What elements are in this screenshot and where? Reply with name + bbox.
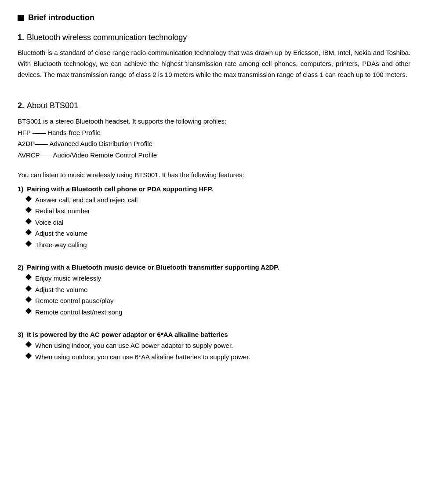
section-2-number: 2.	[18, 101, 24, 110]
page-title: Brief introduction	[28, 13, 94, 22]
section-1-body: Bluetooth is a standard of close range r…	[18, 47, 410, 80]
brief-intro-header: Brief introduction	[18, 13, 410, 22]
diamond-bullet-icon	[25, 341, 32, 347]
list-item: When using indoor, you can use AC power …	[26, 340, 410, 351]
diamond-bullet-icon	[25, 241, 32, 247]
diamond-bullet-icon	[25, 218, 32, 224]
diamond-bullet-icon	[25, 285, 32, 292]
profile-hfp: HFP —— Hands-free Profile	[18, 127, 410, 139]
list-item: Three-way calling	[26, 239, 410, 251]
diamond-bullet-icon	[25, 308, 32, 314]
list-item: Remote control pause/play	[26, 295, 410, 307]
diamond-bullet-icon	[25, 196, 32, 202]
feature-group-2-list: Enjoy music wirelessly Adjust the volume…	[26, 273, 410, 318]
list-item: Voice dial	[26, 217, 410, 228]
section-2-intro: BTS001 is a stereo Bluetooth headset. It…	[18, 116, 410, 127]
list-item: Remote control last/next song	[26, 307, 410, 318]
feature-group-3-list: When using indoor, you can use AC power …	[26, 340, 410, 362]
list-item: Enjoy music wirelessly	[26, 273, 410, 284]
profile-avrcp: AVRCP——Audio/Video Remote Control Profil…	[18, 150, 410, 161]
diamond-bullet-icon	[25, 296, 32, 303]
feature-group-3-title: 3) It is powered by the AC power adaptor…	[18, 331, 410, 338]
section-2-block: 2.About BTS001 BTS001 is a stereo Blueto…	[18, 101, 410, 362]
diamond-bullet-icon	[25, 353, 32, 359]
list-item: Answer call, end call and reject call	[26, 194, 410, 206]
diamond-bullet-icon	[25, 274, 32, 280]
diamond-bullet-icon	[25, 207, 32, 213]
section-1-title: 1.Bluetooth wireless communication techn…	[18, 33, 410, 42]
list-item: Redial last number	[26, 205, 410, 217]
diamond-bullet-icon	[25, 229, 32, 235]
list-item: Adjust the volume	[26, 228, 410, 239]
feature-group-1-title: 1) Pairing with a Bluetooth cell phone o…	[18, 185, 410, 193]
section-2-title: 2.About BTS001	[18, 101, 410, 110]
features-intro-text: You can listen to music wirelessly using…	[18, 169, 410, 181]
profile-a2dp: A2DP—— Advanced Audio Distribution Profi…	[18, 138, 410, 150]
section-1-number: 1.	[18, 33, 24, 42]
section-1-block: 1.Bluetooth wireless communication techn…	[18, 33, 410, 80]
feature-group-2-title: 2) Pairing with a Bluetooth music device…	[18, 263, 410, 271]
list-item: Adjust the volume	[26, 284, 410, 296]
feature-group-1-list: Answer call, end call and reject call Re…	[26, 194, 410, 251]
list-item: When using outdoor, you can use 6*AA alk…	[26, 351, 410, 363]
square-bullet-icon	[18, 15, 24, 21]
